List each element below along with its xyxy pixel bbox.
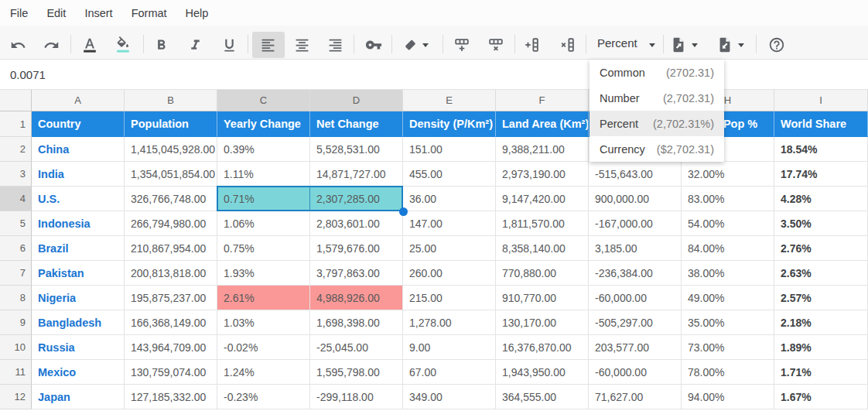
cell-C2[interactable]: 0.39% <box>217 137 310 162</box>
cell-A6[interactable]: Brazil <box>32 236 125 261</box>
row-header-2[interactable]: 2 <box>0 137 32 162</box>
column-header-E[interactable]: E <box>403 90 496 111</box>
cell-E2[interactable]: 151.00 <box>403 137 496 162</box>
export-file-button[interactable] <box>716 36 734 54</box>
cell-F2[interactable]: 9,388,211.00 <box>496 137 589 162</box>
cell-H4[interactable]: 83.00% <box>682 187 774 211</box>
cell-A2[interactable]: China <box>32 137 125 162</box>
align-center-button[interactable] <box>292 36 311 54</box>
cell-E1[interactable]: Density (P/Km²) <box>403 111 496 137</box>
cell-B6[interactable]: 210,867,954.00 <box>125 236 217 261</box>
cell-H6[interactable]: 84.00% <box>682 236 774 261</box>
bold-button[interactable] <box>152 36 170 54</box>
cell-F7[interactable]: 770,880.00 <box>496 261 589 286</box>
cell-D4[interactable]: 2,307,285.00 <box>310 187 403 211</box>
cell-G3[interactable]: -515,643.00 <box>589 162 682 187</box>
cell-I4[interactable]: 4.28% <box>774 187 868 211</box>
cell-F4[interactable]: 9,147,420.00 <box>496 187 589 211</box>
cell-H5[interactable]: 54.00% <box>682 211 774 236</box>
cell-B1[interactable]: Population <box>125 111 217 137</box>
cell-E5[interactable]: 147.00 <box>403 211 496 236</box>
clear-format-button[interactable] <box>401 36 419 54</box>
cell-D7[interactable]: 3,797,863.00 <box>310 261 403 286</box>
cell-E7[interactable]: 260.00 <box>403 261 496 286</box>
cell-D2[interactable]: 5,528,531.00 <box>310 137 403 162</box>
cell-F1[interactable]: Land Area (Km²) <box>496 111 589 137</box>
menu-file[interactable]: File <box>1 7 37 19</box>
cell-I10[interactable]: 1.89% <box>774 335 868 360</box>
cell-B11[interactable]: 130,759,074.00 <box>125 360 217 385</box>
column-header-I[interactable]: I <box>774 90 868 111</box>
cell-E9[interactable]: 1,278.00 <box>403 310 496 335</box>
cell-D12[interactable]: -299,118.00 <box>310 385 403 409</box>
cell-G4[interactable]: 900,000.00 <box>589 187 682 211</box>
cell-E11[interactable]: 67.00 <box>403 360 496 385</box>
select-all-corner[interactable] <box>0 90 32 111</box>
fill-color-button[interactable] <box>114 36 132 54</box>
row-header-7[interactable]: 7 <box>0 261 32 286</box>
align-right-button[interactable] <box>326 36 344 54</box>
cell-G10[interactable]: 203,577.00 <box>589 335 682 360</box>
row-header-10[interactable]: 10 <box>0 335 32 360</box>
row-header-1[interactable]: 1 <box>0 111 32 137</box>
column-header-F[interactable]: F <box>496 90 589 111</box>
number-format-dropdown-caret[interactable] <box>649 43 655 47</box>
cell-B2[interactable]: 1,415,045,928.00 <box>125 137 217 162</box>
cell-I12[interactable]: 1.67% <box>774 385 868 409</box>
undo-button[interactable] <box>9 36 27 54</box>
cell-F8[interactable]: 910,770.00 <box>496 286 589 310</box>
redo-button[interactable] <box>42 36 60 54</box>
cell-B8[interactable]: 195,875,237.00 <box>125 286 217 310</box>
cell-A11[interactable]: Mexico <box>32 360 125 385</box>
cell-F10[interactable]: 16,376,870.00 <box>496 335 589 360</box>
menu-help[interactable]: Help <box>176 7 218 19</box>
cell-D1[interactable]: Net Change <box>310 111 403 137</box>
cell-F5[interactable]: 1,811,570.00 <box>496 211 589 236</box>
cell-H12[interactable]: 94.00% <box>682 385 774 409</box>
cell-H3[interactable]: 32.00% <box>682 162 774 187</box>
column-header-B[interactable]: B <box>125 90 217 111</box>
import-file-button[interactable] <box>669 36 688 54</box>
cell-G12[interactable]: 71,627.00 <box>589 385 682 409</box>
cell-F6[interactable]: 8,358,140.00 <box>496 236 589 261</box>
cell-E6[interactable]: 25.00 <box>403 236 496 261</box>
cell-F11[interactable]: 1,943,950.00 <box>496 360 589 385</box>
row-header-4[interactable]: 4 <box>0 187 32 211</box>
cell-C6[interactable]: 0.75% <box>217 236 310 261</box>
cell-D5[interactable]: 2,803,601.00 <box>310 211 403 236</box>
cell-A8[interactable]: Nigeria <box>32 286 125 310</box>
cell-I1[interactable]: World Share <box>774 111 868 137</box>
formula-bar[interactable]: 0.0071 <box>0 60 868 90</box>
cell-A12[interactable]: Japan <box>32 385 125 409</box>
export-file-dropdown-caret[interactable] <box>738 43 744 47</box>
cell-D9[interactable]: 1,698,398.00 <box>310 310 403 335</box>
row-header-12[interactable]: 12 <box>0 385 32 409</box>
protect-button[interactable] <box>364 36 383 54</box>
cell-F3[interactable]: 2,973,190.00 <box>496 162 589 187</box>
cell-D11[interactable]: 1,595,798.00 <box>310 360 403 385</box>
format-menu-item-number[interactable]: Number(2,702.31) <box>589 85 724 111</box>
row-header-11[interactable]: 11 <box>0 360 32 385</box>
align-left-button[interactable] <box>258 36 277 54</box>
clear-format-dropdown-caret[interactable] <box>422 43 429 47</box>
cell-G5[interactable]: -167,000.00 <box>589 211 682 236</box>
format-menu-item-currency[interactable]: Currency($2,702.31) <box>589 136 724 162</box>
row-header-8[interactable]: 8 <box>0 286 32 310</box>
cell-C9[interactable]: 1.03% <box>217 310 310 335</box>
add-row-button[interactable] <box>453 36 471 54</box>
column-header-C[interactable]: C <box>217 90 310 111</box>
cell-E8[interactable]: 215.00 <box>403 286 496 310</box>
cell-A4[interactable]: U.S. <box>32 187 125 211</box>
row-header-9[interactable]: 9 <box>0 310 32 335</box>
cell-A9[interactable]: Bangladesh <box>32 310 125 335</box>
underline-button[interactable] <box>220 36 238 54</box>
delete-column-button[interactable] <box>559 36 577 54</box>
help-button[interactable] <box>767 36 786 54</box>
number-format-dropdown[interactable]: Percent <box>597 36 637 50</box>
cell-C1[interactable]: Yearly Change <box>217 111 310 137</box>
format-menu-item-percent[interactable]: Percent(2,702.31%) <box>589 111 724 136</box>
cell-I2[interactable]: 18.54% <box>774 137 868 162</box>
cell-B4[interactable]: 326,766,748.00 <box>125 187 217 211</box>
cell-A5[interactable]: Indonesia <box>32 211 125 236</box>
cell-A1[interactable]: Country <box>32 111 125 137</box>
